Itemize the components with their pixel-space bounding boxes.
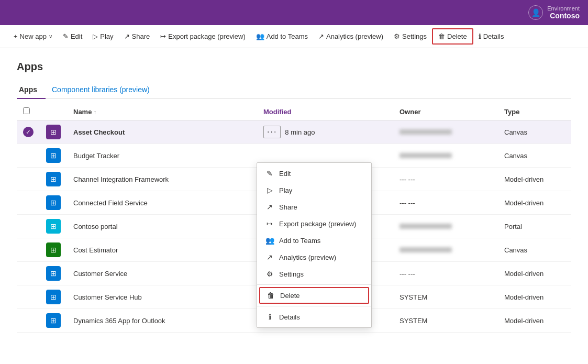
new-app-button[interactable]: + New app ∨	[8, 29, 58, 43]
ctx-add-teams[interactable]: 👥 Add to Teams	[257, 232, 371, 249]
row-check-cell	[17, 168, 40, 191]
row-check-cell	[17, 215, 40, 238]
delete-label: Delete	[447, 32, 467, 40]
delete-button[interactable]: 🗑 Delete	[432, 28, 473, 45]
ctx-export-icon: ↦	[265, 219, 274, 228]
ctx-play[interactable]: ▷ Play	[257, 182, 371, 198]
analytics-button[interactable]: ↗ Analytics (preview)	[313, 29, 389, 43]
tab-component-libraries[interactable]: Component libraries (preview)	[50, 81, 158, 99]
row-name-cell: Customer Service Hub	[67, 285, 257, 309]
row-owner-cell	[393, 215, 498, 238]
row-owner-cell	[393, 144, 498, 168]
app-icon: ⊞	[46, 195, 61, 210]
select-all-checkbox[interactable]	[23, 107, 30, 114]
ctx-edit[interactable]: ✎ Edit	[257, 165, 371, 182]
export-package-button[interactable]: ↦ Export package (preview)	[155, 29, 250, 43]
row-type-cell: Model-driven	[498, 191, 571, 215]
row-name-cell: Connected Field Service	[67, 191, 257, 215]
export-label: Export package (preview)	[168, 32, 245, 40]
blurred-owner	[400, 153, 452, 158]
ctx-edit-label: Edit	[279, 170, 291, 178]
environment-icon: 👤	[528, 5, 543, 20]
row-context-menu-btn[interactable]: ···	[263, 126, 281, 138]
ctx-details-label: Details	[279, 313, 300, 321]
teams-label: Add to Teams	[267, 32, 308, 40]
app-icon: ⊞	[46, 219, 61, 234]
share-button[interactable]: ↗ Share	[119, 29, 156, 43]
environment-text: Environment Contoso	[547, 5, 580, 20]
ctx-export[interactable]: ↦ Export package (preview)	[257, 215, 371, 232]
environment-label: Environment	[547, 5, 580, 12]
col-header-check[interactable]	[17, 103, 40, 120]
edit-icon: ✎	[63, 32, 69, 40]
tabs-bar: Apps Component libraries (preview)	[17, 81, 571, 99]
play-label: Play	[100, 32, 113, 40]
row-modified-cell: ···8 min ago	[257, 120, 393, 144]
ctx-delete[interactable]: 🗑 Delete	[259, 287, 369, 304]
add-to-teams-button[interactable]: 👥 Add to Teams	[251, 29, 313, 43]
row-icon-cell: ⊞	[40, 215, 67, 238]
row-name-cell: Budget Tracker	[67, 144, 257, 168]
gear-icon: ⚙	[394, 32, 400, 40]
row-type-cell: Canvas	[498, 238, 571, 262]
ctx-export-label: Export package (preview)	[279, 220, 356, 228]
row-type-cell: Portal	[498, 215, 571, 238]
ctx-delete-icon: 🗑	[267, 291, 275, 300]
settings-label: Settings	[402, 32, 427, 40]
row-icon-cell: ⊞	[40, 309, 67, 333]
col-header-type[interactable]: Type	[498, 103, 571, 120]
row-name-cell: Channel Integration Framework	[67, 168, 257, 191]
ctx-settings[interactable]: ⚙ Settings	[257, 266, 371, 282]
col-header-modified[interactable]: Modified	[257, 103, 393, 120]
row-type-cell: Model-driven	[498, 285, 571, 309]
details-button[interactable]: ℹ Details	[473, 29, 509, 43]
row-icon-cell: ⊞	[40, 191, 67, 215]
ctx-analytics-icon: ↗	[265, 253, 274, 261]
row-icon-cell: ⊞	[40, 285, 67, 309]
ctx-share[interactable]: ↗ Share	[257, 198, 371, 215]
col-header-icon	[40, 103, 67, 120]
info-icon: ℹ	[479, 32, 481, 40]
analytics-icon: ↗	[318, 32, 324, 40]
ctx-analytics[interactable]: ↗ Analytics (preview)	[257, 249, 371, 266]
environment-info[interactable]: 👤 Environment Contoso	[528, 5, 580, 20]
new-app-label: New app	[20, 32, 47, 40]
ctx-details[interactable]: ℹ Details	[257, 308, 371, 325]
export-icon: ↦	[160, 32, 166, 40]
details-label: Details	[483, 32, 504, 40]
table-row[interactable]: ✓⊞Asset Checkout···8 min agoCanvas	[17, 120, 571, 144]
ctx-teams-icon: 👥	[265, 236, 274, 245]
context-menu: ✎ Edit ▷ Play ↗ Share ↦ Export package (…	[257, 162, 372, 328]
app-icon: ⊞	[46, 148, 61, 163]
row-check-cell	[17, 144, 40, 168]
row-icon-cell: ⊞	[40, 120, 67, 144]
tab-apps[interactable]: Apps	[17, 81, 46, 99]
ctx-share-icon: ↗	[265, 203, 274, 211]
teams-icon: 👥	[256, 32, 264, 40]
edit-label: Edit	[71, 32, 82, 40]
row-name-cell: Customer Service	[67, 262, 257, 285]
settings-button[interactable]: ⚙ Settings	[389, 29, 432, 43]
row-owner-cell: --- ---	[393, 168, 498, 191]
share-icon: ↗	[124, 32, 130, 40]
row-owner-cell: SYSTEM	[393, 309, 498, 333]
col-header-owner[interactable]: Owner	[393, 103, 498, 120]
row-owner-cell: --- ---	[393, 262, 498, 285]
row-type-cell: Model-driven	[498, 168, 571, 191]
ctx-play-icon: ▷	[265, 186, 274, 194]
row-owner-cell: --- ---	[393, 191, 498, 215]
edit-button[interactable]: ✎ Edit	[58, 29, 87, 43]
row-check-cell	[17, 191, 40, 215]
play-button[interactable]: ▷ Play	[87, 29, 118, 43]
selected-indicator: ✓	[23, 127, 34, 137]
row-type-cell: Model-driven	[498, 262, 571, 285]
col-header-name[interactable]: Name ↑	[67, 103, 257, 120]
row-icon-cell: ⊞	[40, 144, 67, 168]
app-icon: ⊞	[46, 290, 61, 304]
ctx-edit-icon: ✎	[265, 169, 274, 178]
blurred-owner	[400, 224, 452, 229]
row-name-cell: Dynamics 365 App for Outlook	[67, 309, 257, 333]
app-icon: ⊞	[46, 266, 61, 281]
ctx-share-label: Share	[279, 203, 297, 211]
row-check-cell	[17, 285, 40, 309]
